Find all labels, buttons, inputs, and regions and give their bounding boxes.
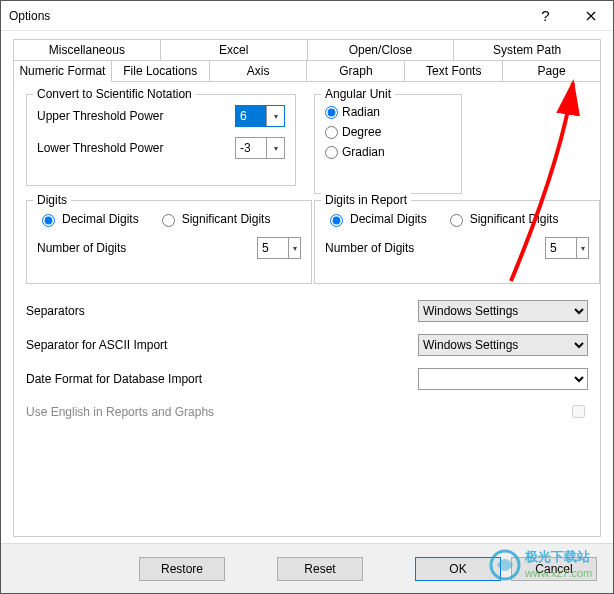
date-format-label: Date Format for Database Import	[26, 372, 418, 386]
group-angular-unit: Angular Unit Radian Degree Gradian	[314, 94, 462, 194]
number-of-digits-report-spinner[interactable]: ▾	[545, 237, 589, 259]
titlebar: Options ?	[1, 1, 613, 31]
radio-label: Gradian	[342, 145, 385, 159]
group-legend: Convert to Scientific Notation	[33, 87, 196, 101]
number-of-digits-spinner[interactable]: ▾	[257, 237, 301, 259]
tab-open-close[interactable]: Open/Close	[307, 39, 455, 60]
ascii-separator-label: Separator for ASCII Import	[26, 338, 418, 352]
ok-button[interactable]: OK	[415, 557, 501, 581]
help-button[interactable]: ?	[523, 1, 568, 31]
ascii-separator-select[interactable]: Windows Settings	[418, 334, 588, 356]
row-use-english: Use English in Reports and Graphs	[26, 402, 588, 421]
radio-label: Degree	[342, 125, 381, 139]
separators-select[interactable]: Windows Settings	[418, 300, 588, 322]
lower-threshold-input[interactable]	[236, 138, 266, 158]
tab-numeric-format[interactable]: Numeric Format	[13, 60, 112, 82]
row-separators: Separators Windows Settings	[26, 300, 588, 322]
radio-input[interactable]	[330, 214, 343, 227]
radio-label: Decimal Digits	[350, 212, 427, 226]
radio-degree[interactable]: Degree	[325, 125, 451, 139]
date-format-select[interactable]	[418, 368, 588, 390]
tab-system-path[interactable]: System Path	[453, 39, 601, 60]
radio-decimal-digits[interactable]: Decimal Digits	[37, 211, 139, 227]
radio-label: Significant Digits	[182, 212, 271, 226]
radio-significant-digits-report[interactable]: Significant Digits	[445, 211, 559, 227]
tab-row-1: Miscellaneous Excel Open/Close System Pa…	[13, 39, 601, 60]
tab-text-fonts[interactable]: Text Fonts	[404, 60, 503, 82]
chevron-down-icon[interactable]: ▾	[576, 238, 588, 258]
radio-input[interactable]	[162, 214, 175, 227]
tab-excel[interactable]: Excel	[160, 39, 308, 60]
lower-threshold-label: Lower Threshold Power	[37, 141, 235, 155]
group-legend: Digits	[33, 193, 71, 207]
row-date-format: Date Format for Database Import	[26, 368, 588, 390]
separators-label: Separators	[26, 304, 418, 318]
tab-graph[interactable]: Graph	[306, 60, 405, 82]
tab-axis[interactable]: Axis	[209, 60, 308, 82]
number-of-digits-report-input[interactable]	[546, 238, 576, 258]
radio-input[interactable]	[325, 106, 338, 119]
group-legend: Angular Unit	[321, 87, 395, 101]
chevron-down-icon[interactable]: ▾	[266, 106, 284, 126]
restore-button[interactable]: Restore	[139, 557, 225, 581]
use-english-label: Use English in Reports and Graphs	[26, 405, 568, 419]
radio-decimal-digits-report[interactable]: Decimal Digits	[325, 211, 427, 227]
radio-label: Significant Digits	[470, 212, 559, 226]
radio-label: Radian	[342, 105, 380, 119]
chevron-down-icon[interactable]: ▾	[288, 238, 300, 258]
cancel-button[interactable]: Cancel	[511, 557, 597, 581]
tab-page[interactable]: Page	[502, 60, 601, 82]
radio-significant-digits[interactable]: Significant Digits	[157, 211, 271, 227]
button-bar: Restore Reset OK Cancel	[1, 543, 613, 593]
chevron-down-icon[interactable]: ▾	[266, 138, 284, 158]
reset-button[interactable]: Reset	[277, 557, 363, 581]
close-icon	[586, 11, 596, 21]
radio-input[interactable]	[450, 214, 463, 227]
close-button[interactable]	[568, 1, 613, 31]
number-of-digits-input[interactable]	[258, 238, 288, 258]
radio-input[interactable]	[42, 214, 55, 227]
group-digits-in-report: Digits in Report Decimal Digits Signific…	[314, 200, 600, 284]
radio-label: Decimal Digits	[62, 212, 139, 226]
tab-file-locations[interactable]: File Locations	[111, 60, 210, 82]
upper-threshold-spinner[interactable]: ▾	[235, 105, 285, 127]
radio-input[interactable]	[325, 146, 338, 159]
tab-content: Convert to Scientific Notation Upper Thr…	[13, 81, 601, 537]
tab-miscellaneous[interactable]: Miscellaneous	[13, 39, 161, 60]
row-ascii-separator: Separator for ASCII Import Windows Setti…	[26, 334, 588, 356]
group-legend: Digits in Report	[321, 193, 411, 207]
radio-radian[interactable]: Radian	[325, 105, 451, 119]
tab-area: Miscellaneous Excel Open/Close System Pa…	[13, 39, 601, 537]
tab-row-2: Numeric Format File Locations Axis Graph…	[13, 60, 601, 82]
group-digits: Digits Decimal Digits Significant Digits…	[26, 200, 312, 284]
upper-threshold-label: Upper Threshold Power	[37, 109, 235, 123]
upper-threshold-input[interactable]	[236, 106, 266, 126]
group-scientific-notation: Convert to Scientific Notation Upper Thr…	[26, 94, 296, 186]
radio-gradian[interactable]: Gradian	[325, 145, 451, 159]
lower-threshold-spinner[interactable]: ▾	[235, 137, 285, 159]
number-of-digits-report-label: Number of Digits	[325, 241, 545, 255]
number-of-digits-label: Number of Digits	[37, 241, 257, 255]
use-english-checkbox[interactable]	[572, 405, 585, 418]
radio-input[interactable]	[325, 126, 338, 139]
window-title: Options	[1, 9, 523, 23]
